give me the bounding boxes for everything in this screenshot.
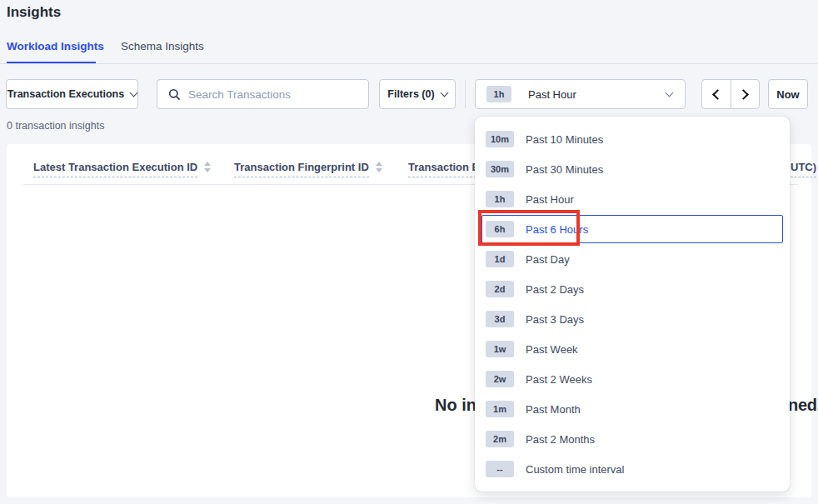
menu-item-past-6-hours[interactable]: 6h Past 6 Hours <box>481 215 783 243</box>
interval-badge: 10m <box>486 131 514 147</box>
view-selector-dropdown[interactable]: Transaction Executions <box>6 79 138 109</box>
search-input[interactable] <box>188 88 355 101</box>
column-header-label: Transaction Ex <box>408 161 485 177</box>
column-header-transaction-fingerprint-id[interactable]: Transaction Fingerprint ID <box>234 161 382 177</box>
filters-label: Filters (0) <box>387 88 434 100</box>
menu-item-past-2-days[interactable]: 2d Past 2 Days <box>475 274 790 304</box>
menu-item-past-hour[interactable]: 1h Past Hour <box>475 184 790 214</box>
interval-badge: 30m <box>486 161 514 177</box>
menu-item-past-3-days[interactable]: 3d Past 3 Days <box>475 304 790 334</box>
time-range-badge: 1h <box>486 86 511 102</box>
chevron-left-icon <box>712 89 723 100</box>
next-interval-button[interactable] <box>731 80 760 108</box>
column-header-label: UTC) <box>791 161 816 177</box>
insights-page: Insights Workload Insights Schema Insigh… <box>0 0 818 504</box>
interval-badge: 2m <box>486 431 514 447</box>
time-step-buttons <box>701 79 760 109</box>
chevron-down-icon <box>130 89 138 97</box>
time-range-label: Past Hour <box>528 88 660 101</box>
interval-badge: 1m <box>486 401 514 417</box>
interval-badge: 1w <box>486 341 514 357</box>
interval-badge: 2d <box>486 281 514 297</box>
time-range-selector[interactable]: 1h Past Hour <box>475 79 686 109</box>
page-title: Insights <box>7 4 61 21</box>
column-header-latest-transaction-execution-id[interactable]: Latest Transaction Execution ID <box>33 161 211 177</box>
interval-badge: 1h <box>486 191 514 207</box>
now-button[interactable]: Now <box>768 79 808 109</box>
interval-badge: -- <box>486 461 514 477</box>
sort-icon <box>204 162 211 172</box>
search-box[interactable] <box>157 79 369 109</box>
interval-badge: 2w <box>486 371 514 387</box>
interval-badge: 3d <box>486 311 514 327</box>
chevron-right-icon <box>738 89 749 100</box>
filters-button[interactable]: Filters (0) <box>379 79 456 109</box>
previous-interval-button[interactable] <box>702 80 731 108</box>
menu-item-past-2-months[interactable]: 2m Past 2 Months <box>475 424 790 454</box>
menu-item-past-month[interactable]: 1m Past Month <box>475 394 790 424</box>
interval-badge: 6h <box>486 221 514 237</box>
menu-item-past-day[interactable]: 1d Past Day <box>475 244 790 274</box>
chevron-down-icon <box>666 89 674 97</box>
menu-item-past-2-weeks[interactable]: 2w Past 2 Weeks <box>475 364 790 394</box>
column-header-transaction-execution-partial[interactable]: Transaction Ex <box>408 161 485 177</box>
menu-item-custom-time-interval[interactable]: -- Custom time interval <box>475 454 790 484</box>
results-count: 0 transaction insights <box>7 120 104 132</box>
search-icon <box>168 88 181 101</box>
empty-state-text-fragment-right: ned. <box>788 396 818 415</box>
sort-icon <box>376 162 382 172</box>
time-interval-dropdown-menu: 10m Past 10 Minutes 30m Past 30 Minutes … <box>475 117 790 492</box>
interval-badge: 1d <box>486 251 514 267</box>
tab-schema-insights[interactable]: Schema Insights <box>121 40 204 52</box>
column-header-utc-partial[interactable]: UTC) <box>791 161 816 177</box>
view-selector-label: Transaction Executions <box>7 88 124 100</box>
column-header-label: Latest Transaction Execution ID <box>33 161 197 177</box>
tabs-divider <box>0 63 818 64</box>
toolbar-divider <box>465 80 466 108</box>
column-header-label: Transaction Fingerprint ID <box>234 161 369 177</box>
chevron-down-icon <box>440 89 448 97</box>
menu-item-past-week[interactable]: 1w Past Week <box>475 334 790 364</box>
menu-item-past-30-minutes[interactable]: 30m Past 30 Minutes <box>475 154 790 184</box>
empty-state-text-fragment-left: No in <box>435 396 476 415</box>
tab-workload-insights[interactable]: Workload Insights <box>7 40 104 52</box>
menu-item-past-10-minutes[interactable]: 10m Past 10 Minutes <box>475 124 790 154</box>
